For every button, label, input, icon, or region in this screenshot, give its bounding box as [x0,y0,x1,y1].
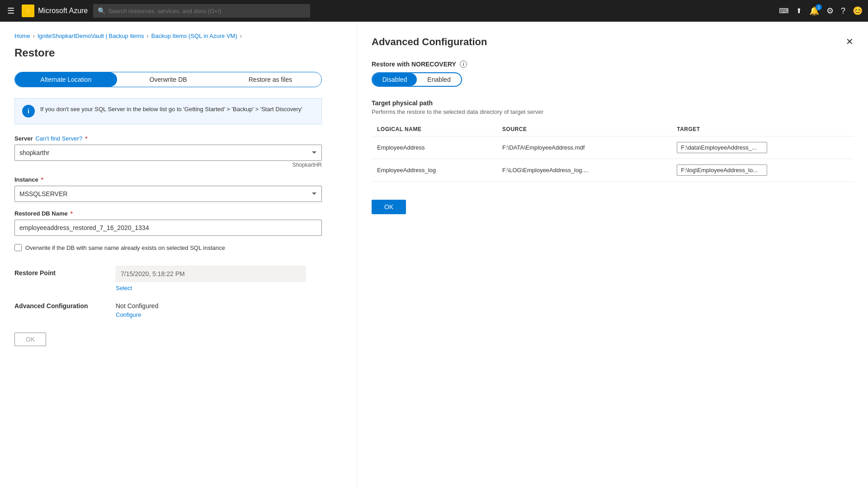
col-source: SOURCE [497,122,671,136]
breadcrumb-sep-2: › [147,33,149,39]
row2-target-cell [671,159,854,182]
search-input[interactable] [108,8,306,14]
instance-required: * [41,176,43,183]
table-row: EmployeeAddress F:\DATA\EmployeeAddress.… [372,136,854,159]
server-required: * [85,135,87,142]
db-name-section: Restored DB Name * [14,210,342,236]
toggle-disabled-option[interactable]: Disabled [373,73,417,86]
close-panel-button[interactable]: ✕ [846,36,854,47]
instance-section: Instance * MSSQLSERVER [14,176,342,202]
advanced-config-status: Not Configured [116,302,158,310]
advanced-config-panel: Advanced Configuration ✕ Restore with NO… [357,22,868,488]
restore-point-right: 7/15/2020, 5:18:22 PM Select [116,266,306,291]
row2-target-input[interactable] [677,164,767,176]
notification-badge: 2 [816,4,822,10]
db-name-required: * [71,210,73,217]
norecovery-toggle: Disabled Enabled [372,72,462,87]
azure-title: Microsoft Azure [38,7,88,15]
restore-panel: Home › IgniteShopkartDemoVault | Backup … [0,22,357,488]
server-label: Server Can't find Server? * [14,135,342,142]
tab-alternate-location[interactable]: Alternate Location [15,72,117,87]
info-box: i If you don't see your SQL Server in th… [14,98,322,124]
restore-point-section: Restore Point 7/15/2020, 5:18:22 PM Sele… [14,266,342,291]
overwrite-checkbox[interactable] [14,244,22,251]
target-path-section: Target physical path Performs the restor… [372,99,854,182]
configure-link[interactable]: Configure [116,311,158,318]
row1-logical: EmployeeAddress [372,136,497,159]
db-name-label: Restored DB Name * [14,210,342,217]
overwrite-checkbox-row: Overwrite if the DB with same name alrea… [14,244,342,251]
breadcrumb-vault[interactable]: IgniteShopkartDemoVault | Backup items [38,33,144,39]
restore-point-label: Restore Point [14,266,105,277]
instance-select[interactable]: MSSQLSERVER [14,186,322,202]
breadcrumb-home[interactable]: Home [14,33,30,39]
panel-header: Advanced Configuration ✕ [372,36,854,48]
advanced-config-right: Not Configured Configure [116,302,158,318]
help-icon[interactable]: ? [841,6,845,16]
search-bar[interactable]: 🔍 [93,4,310,18]
info-icon: i [22,105,35,117]
row2-source: F:\LOG\EmployeeAddress_log.... [497,159,671,182]
top-navigation: ☰ ⚡ Microsoft Azure 🔍 ⌨ ⬆ 🔔 2 ⚙ ? 😊 [0,0,868,22]
main-layout: Home › IgniteShopkartDemoVault | Backup … [0,22,868,488]
breadcrumb-items[interactable]: Backup Items (SQL in Azure VM) [151,33,237,39]
row2-logical: EmployeeAddress_log [372,159,497,182]
row1-source: F:\DATA\EmployeeAddress.mdf [497,136,671,159]
page-title: Restore [14,47,342,59]
panel-title: Advanced Configuration [372,36,487,48]
upload-icon[interactable]: ⬆ [796,7,802,15]
tab-overwrite-db[interactable]: Overwrite DB [117,72,219,87]
cloud-shell-icon[interactable]: ⌨ [779,7,789,15]
server-section: Server Can't find Server? * shopkarthr S… [14,135,342,168]
row1-target-input[interactable] [677,142,767,153]
restore-point-date: 7/15/2020, 5:18:22 PM [116,266,306,282]
overwrite-label[interactable]: Overwrite if the DB with same name alrea… [25,244,225,251]
server-select[interactable]: shopkarthr [14,145,322,161]
cant-find-server-link[interactable]: Can't find Server? [35,135,82,142]
notifications-icon[interactable]: 🔔 2 [809,6,819,16]
azure-logo: ⚡ Microsoft Azure [22,5,88,17]
advanced-config-label: Advanced Configuration [14,302,105,310]
breadcrumb-sep-1: › [33,33,35,39]
server-hint: ShopkartHR [14,162,322,168]
table-row: EmployeeAddress_log F:\LOG\EmployeeAddre… [372,159,854,182]
tab-restore-as-files[interactable]: Restore as files [219,72,321,87]
ok-button-disabled[interactable]: OK [14,333,46,346]
user-avatar-icon[interactable]: 😊 [853,6,863,16]
breadcrumb: Home › IgniteShopkartDemoVault | Backup … [14,33,342,39]
hamburger-menu-icon[interactable]: ☰ [5,4,16,18]
target-path-title: Target physical path [372,99,854,107]
row1-target-cell [671,136,854,159]
path-table: LOGICAL NAME SOURCE TARGET EmployeeAddre… [372,122,854,182]
restore-tab-bar: Alternate Location Overwrite DB Restore … [14,72,322,87]
norecovery-info-icon[interactable]: i [460,61,467,68]
panel-footer: OK [372,200,854,214]
norecovery-label-row: Restore with NORECOVERY i [372,61,854,68]
advanced-config-row: Advanced Configuration Not Configured Co… [14,302,342,318]
col-logical-name: LOGICAL NAME [372,122,497,136]
toggle-enabled-option[interactable]: Enabled [417,73,461,86]
topnav-actions: ⌨ ⬆ 🔔 2 ⚙ ? 😊 [779,6,863,16]
breadcrumb-sep-3: › [240,33,242,39]
norecovery-label: Restore with NORECOVERY [372,61,456,68]
restore-point-select-link[interactable]: Select [116,285,306,291]
search-icon: 🔍 [98,7,105,14]
panel-ok-button[interactable]: OK [372,200,406,214]
instance-label: Instance * [14,176,342,183]
db-name-input[interactable] [14,220,322,236]
bottom-ok-section: OK [14,333,342,346]
settings-icon[interactable]: ⚙ [826,6,834,16]
azure-logo-icon: ⚡ [22,5,34,17]
info-text: If you don't see your SQL Server in the … [40,105,302,114]
col-target: TARGET [671,122,854,136]
restore-point-row: Restore Point 7/15/2020, 5:18:22 PM Sele… [14,266,342,291]
norecovery-section: Restore with NORECOVERY i Disabled Enabl… [372,61,854,87]
target-path-description: Performs the restore to the selected dat… [372,108,854,115]
